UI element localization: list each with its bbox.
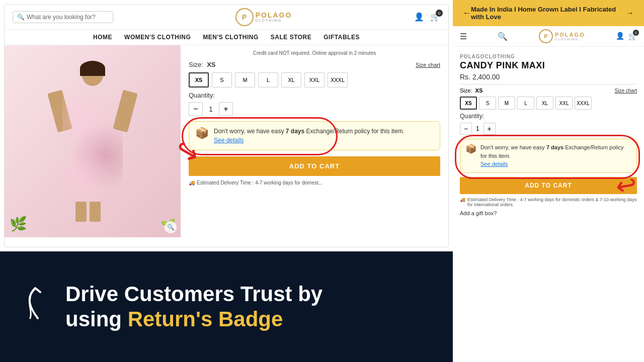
- mobile-size-chart[interactable]: Size chart: [615, 88, 637, 94]
- right-section: ← Made In India I Home Grown Label I Fab…: [453, 0, 644, 362]
- mobile-search-icon[interactable]: 🔍: [498, 32, 508, 41]
- mobile-cart-badge: 0: [633, 30, 639, 36]
- mobile-see-details[interactable]: See details: [480, 160, 631, 168]
- mobile-size-s[interactable]: S: [479, 97, 496, 110]
- size-xxl[interactable]: XXL: [304, 72, 325, 87]
- return-badge-container: 📦 Don't worry, we have easy 7 days Excha…: [189, 121, 440, 150]
- mobile-qty-label: Quantity:: [460, 113, 637, 120]
- quantity-label: Quantity:: [189, 92, 440, 99]
- hamburger-icon[interactable]: ☰: [460, 32, 467, 41]
- mobile-logo: P POLAGO CLOTHING: [539, 29, 585, 43]
- size-xl[interactable]: XL: [281, 72, 301, 87]
- mobile-return-icon: 📦: [465, 143, 476, 154]
- mobile-size-l[interactable]: L: [517, 97, 534, 110]
- nav-home[interactable]: HOME: [93, 34, 112, 41]
- nav-gifts[interactable]: GIFTABLES: [324, 34, 360, 41]
- header-icons: 👤 🛒 0: [414, 12, 440, 22]
- return-days: 7 days: [286, 128, 304, 135]
- mobile-delivery: 🚚 Estimated Delivery Time : 4-7 working …: [460, 197, 637, 207]
- see-details-link[interactable]: See details: [214, 136, 405, 145]
- mobile-size-xs[interactable]: XS: [460, 97, 477, 110]
- search-placeholder: What are you looking for?: [27, 14, 96, 21]
- return-text-post: Exchange/Return policy for this item.: [304, 128, 405, 135]
- mobile-size-xl[interactable]: XL: [536, 97, 553, 110]
- logo-name: POLAGO CLOTHING: [256, 12, 292, 22]
- nav-sale[interactable]: SALE STORE: [271, 34, 311, 41]
- banner-next-arrow[interactable]: →: [626, 9, 634, 18]
- arrow-up-icon: [20, 283, 55, 330]
- cart-badge: 0: [436, 10, 443, 17]
- size-xxxl[interactable]: XXXL: [328, 72, 348, 87]
- qty-decrease[interactable]: −: [189, 102, 203, 116]
- logo-emblem: P: [235, 8, 254, 26]
- nav-mens[interactable]: MEN'S CLOTHING: [203, 34, 259, 41]
- mobile-return-text: Don't worry, we have easy 7 days Exchang…: [480, 143, 631, 168]
- user-icon[interactable]: 👤: [414, 12, 424, 22]
- mobile-return-pre: Don't worry, we have easy: [480, 144, 546, 150]
- mobile-qty-increase[interactable]: +: [484, 123, 496, 135]
- mobile-add-to-cart[interactable]: ADD TO CART: [460, 177, 637, 194]
- search-bar[interactable]: 🔍 What are you looking for?: [13, 11, 113, 23]
- delivery-note: 🚚 Estimated Delivery Time : 4-7 working …: [189, 180, 440, 186]
- size-options: XS S M L XL XXL XXXL: [189, 72, 440, 87]
- mobile-return-wrapper: 📦 Don't worry, we have easy 7 days Excha…: [460, 139, 637, 173]
- size-s[interactable]: S: [212, 72, 232, 87]
- nav-womens[interactable]: WOMEN'S CLOTHING: [124, 34, 191, 41]
- mobile-user-icon[interactable]: 👤: [616, 32, 624, 41]
- mobile-qty-value: 1: [476, 125, 479, 132]
- mobile-cart-wrapper[interactable]: 🛒 0: [628, 32, 637, 41]
- divider1: [460, 84, 637, 84]
- mobile-size-options: XS S M L XL XXL XXXL: [460, 97, 637, 110]
- mobile-product-content: POLAGOCLOTHING CANDY PINK MAXI Rs. 2,400…: [453, 47, 644, 362]
- mobile-gift-box: Add a gift box?: [460, 210, 637, 216]
- cart-icon-wrapper[interactable]: 🛒 0: [430, 12, 440, 22]
- website-mockup: 🔍 What are you looking for? P POLAGO CLO…: [4, 4, 449, 247]
- mobile-size-row: Size: XS Size chart: [460, 87, 637, 94]
- credit-note: Credit card NOT required. Online approva…: [189, 50, 440, 56]
- bottom-line1: Drive Customers Trust by: [65, 282, 323, 307]
- mobile-price: Rs. 2,400.00: [460, 73, 637, 81]
- site-nav: HOME WOMEN'S CLOTHING MEN'S CLOTHING SAL…: [5, 30, 448, 45]
- mobile-qty-decrease[interactable]: −: [460, 123, 472, 135]
- product-details: Credit card NOT required. Online approva…: [181, 45, 448, 237]
- return-badge: 📦 Don't worry, we have easy 7 days Excha…: [189, 121, 440, 150]
- mobile-delivery-text: Estimated Delivery Time : 4-7 working da…: [467, 197, 637, 207]
- mobile-size-m[interactable]: M: [498, 97, 515, 110]
- top-banner: ← Made In India I Home Grown Label I Fab…: [453, 0, 644, 26]
- product-image: 🌿 🌱 🔍: [5, 45, 181, 237]
- delivery-text: Estimated Delivery Time : 4-7 working da…: [197, 180, 323, 186]
- banner-text: Made In India I Home Grown Label I Fabri…: [471, 6, 626, 21]
- mobile-emblem: P: [539, 29, 553, 43]
- mobile-header-right: 👤 🛒 0: [616, 32, 637, 41]
- size-xs[interactable]: XS: [189, 72, 209, 87]
- left-section: 🔍 What are you looking for? P POLAGO CLO…: [0, 0, 453, 362]
- search-icon: 🔍: [17, 14, 25, 21]
- mobile-delivery-icon: 🚚: [460, 197, 465, 202]
- mobile-logo-text: POLAGO CLOTHING: [555, 32, 585, 41]
- size-l[interactable]: L: [258, 72, 278, 87]
- size-row: Size: XS Size chart: [189, 61, 440, 68]
- size-chart-link[interactable]: Size chart: [416, 62, 440, 68]
- product-image-area: 🌿 🌱 🔍: [5, 45, 181, 237]
- mobile-product-title: CANDY PINK MAXI: [460, 60, 637, 71]
- qty-increase[interactable]: +: [219, 102, 233, 116]
- add-to-cart-button[interactable]: ADD TO CART: [189, 156, 440, 176]
- bottom-section: Drive Customers Trust by using Return's …: [0, 251, 453, 362]
- size-m[interactable]: M: [235, 72, 255, 87]
- bottom-line2: using Return's Badge: [65, 307, 323, 332]
- quantity-controls: − 1 +: [189, 102, 440, 116]
- qty-value: 1: [209, 105, 213, 113]
- bottom-text: Drive Customers Trust by using Return's …: [65, 282, 323, 332]
- return-text-pre: Don't worry, we have easy: [214, 128, 286, 135]
- delivery-icon: 🚚: [189, 180, 195, 186]
- mobile-size-label: Size: XS: [460, 87, 482, 94]
- product-area: 🌿 🌱 🔍 Credit card NOT required. Online a…: [5, 45, 448, 237]
- site-logo: P POLAGO CLOTHING: [235, 8, 292, 26]
- zoom-icon[interactable]: 🔍: [165, 221, 177, 233]
- site-header: 🔍 What are you looking for? P POLAGO CLO…: [5, 5, 448, 30]
- mobile-brand: POLAGOCLOTHING: [460, 54, 637, 59]
- banner-prev-arrow[interactable]: ←: [463, 9, 471, 18]
- mobile-size-xxl[interactable]: XXL: [555, 97, 573, 110]
- mobile-size-xxxl[interactable]: XXXL: [575, 97, 592, 110]
- mobile-return-days: 7 days: [546, 144, 564, 150]
